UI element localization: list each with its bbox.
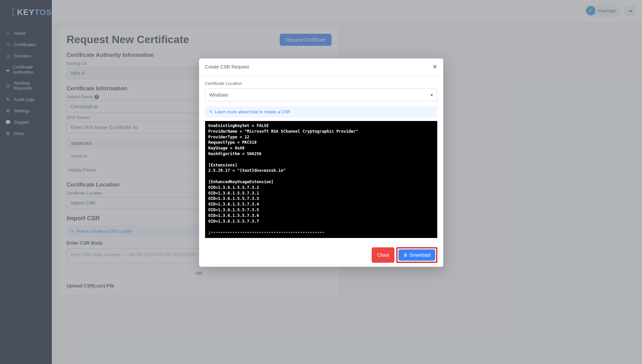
chevron-down-icon: ▾ bbox=[431, 92, 433, 98]
download-icon: 🗎 bbox=[403, 252, 408, 258]
modal-body: Certificate Location Windows ▾ ✎Learn mo… bbox=[199, 76, 443, 243]
cert-location-selected: Windows bbox=[209, 92, 228, 98]
learn-more-box: ✎Learn more about how to create a CSR bbox=[205, 106, 437, 118]
external-link-icon: ✎ bbox=[209, 109, 213, 114]
download-button[interactable]: 🗎Download bbox=[398, 249, 435, 261]
create-csr-modal: Create CSR Request ✕ Certificate Locatio… bbox=[199, 58, 443, 267]
learn-more-link[interactable]: ✎Learn more about how to create a CSR bbox=[209, 109, 433, 114]
csr-code-block[interactable]: UseExistingKeySet = FALSE ProviderName =… bbox=[205, 121, 437, 238]
modal-title: Create CSR Request bbox=[205, 64, 249, 70]
download-highlight: 🗎Download bbox=[396, 247, 437, 263]
modal-header: Create CSR Request ✕ bbox=[199, 58, 443, 76]
close-button[interactable]: Close bbox=[372, 247, 394, 263]
close-icon[interactable]: ✕ bbox=[432, 63, 437, 71]
modal-footer: Close 🗎Download bbox=[199, 243, 443, 267]
cert-location-select[interactable]: Windows ▾ bbox=[205, 89, 437, 101]
modal-cert-location-label: Certificate Location bbox=[205, 81, 437, 86]
